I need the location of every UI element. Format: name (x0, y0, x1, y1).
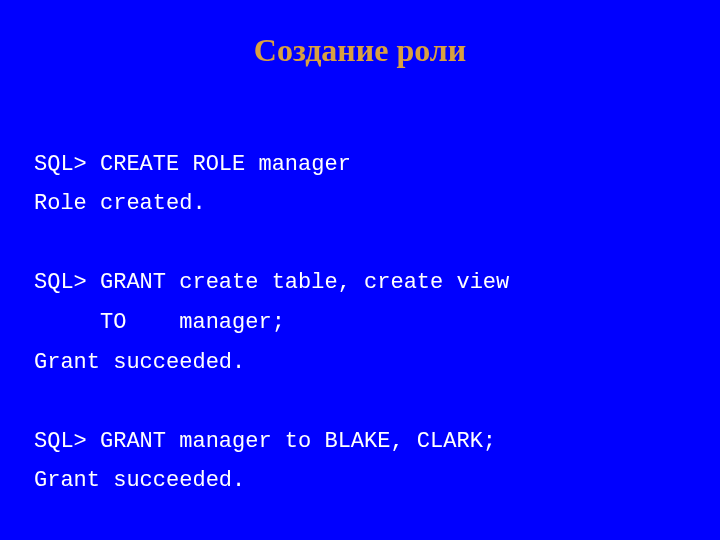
code-line: SQL> GRANT manager to BLAKE, CLARK; (34, 429, 496, 454)
code-line: Grant succeeded. (34, 468, 245, 493)
code-line: SQL> CREATE ROLE manager (34, 152, 351, 177)
slide: Создание роли SQL> CREATE ROLE manager R… (0, 0, 720, 540)
code-line: SQL> GRANT create table, create view (34, 270, 509, 295)
code-line: TO manager; (34, 310, 285, 335)
sql-code-block: SQL> CREATE ROLE manager Role created. S… (34, 105, 686, 501)
code-line: Role created. (34, 191, 206, 216)
code-line: Grant succeeded. (34, 350, 245, 375)
slide-title: Создание роли (34, 32, 686, 69)
